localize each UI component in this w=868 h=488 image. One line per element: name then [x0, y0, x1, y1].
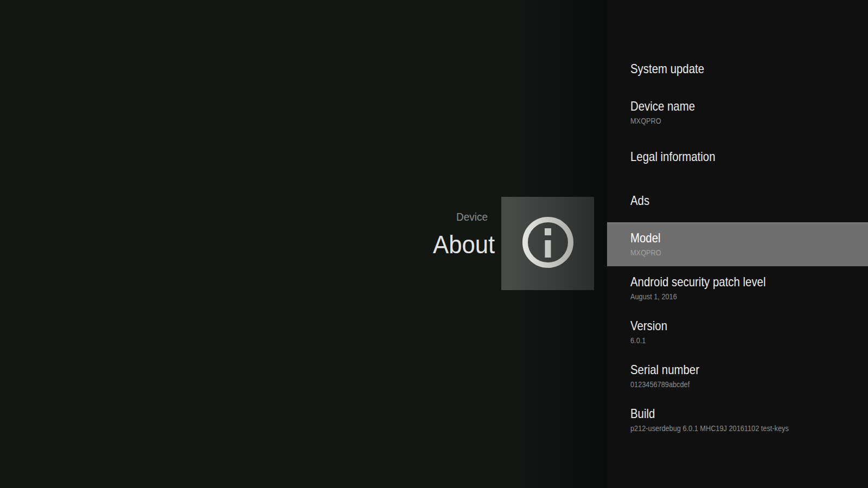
- menu-item-label: Version: [630, 318, 868, 334]
- menu-item-device-name[interactable]: Device name MXQPRO: [607, 91, 868, 134]
- menu-item-value: August 1, 2016: [630, 290, 868, 303]
- menu-item-label: Android security patch level: [630, 274, 868, 290]
- menu-item-label: Model: [630, 230, 868, 246]
- menu-item-label: Legal information: [630, 149, 868, 165]
- menu-item-version[interactable]: Version 6.0.1: [607, 310, 868, 354]
- menu-item-android-security-patch-level[interactable]: Android security patch level August 1, 2…: [607, 266, 868, 310]
- menu-item-label: Device name: [630, 98, 868, 114]
- menu-item-legal-information[interactable]: Legal information: [607, 134, 868, 178]
- menu-item-label: Serial number: [630, 362, 868, 378]
- menu-item-system-update[interactable]: System update: [607, 47, 868, 91]
- breadcrumb: Device: [0, 210, 495, 223]
- menu-item-ads[interactable]: Ads: [607, 178, 868, 222]
- menu-item-value: 6.0.1: [630, 334, 868, 347]
- info-outline-icon: [522, 216, 574, 271]
- menu-item-model[interactable]: Model MXQPRO: [607, 222, 868, 266]
- page-title-label: About: [433, 230, 495, 259]
- menu-item-label: System update: [630, 61, 868, 77]
- about-icon-tile: [501, 197, 594, 290]
- settings-about-screen: Device About System update Device name M…: [0, 0, 868, 488]
- menu-item-value: p212-userdebug 6.0.1 MHC19J 20161102 tes…: [630, 422, 868, 435]
- menu-item-value: MXQPRO: [630, 114, 868, 127]
- breadcrumb-label: Device: [456, 210, 488, 223]
- settings-menu-list: System update Device name MXQPRO Legal i…: [607, 47, 868, 442]
- menu-item-value: 0123456789abcdef: [630, 378, 868, 391]
- menu-item-label: Build: [630, 406, 868, 422]
- page-header: Device About: [0, 210, 495, 259]
- menu-item-build[interactable]: Build p212-userdebug 6.0.1 MHC19J 201611…: [607, 398, 868, 442]
- menu-item-value: MXQPRO: [630, 246, 868, 259]
- settings-menu-panel: System update Device name MXQPRO Legal i…: [607, 0, 868, 488]
- page-title: About: [0, 230, 495, 259]
- menu-item-label: Ads: [630, 192, 868, 209]
- menu-item-serial-number[interactable]: Serial number 0123456789abcdef: [607, 354, 868, 398]
- about-content-pane: Device About: [0, 0, 607, 488]
